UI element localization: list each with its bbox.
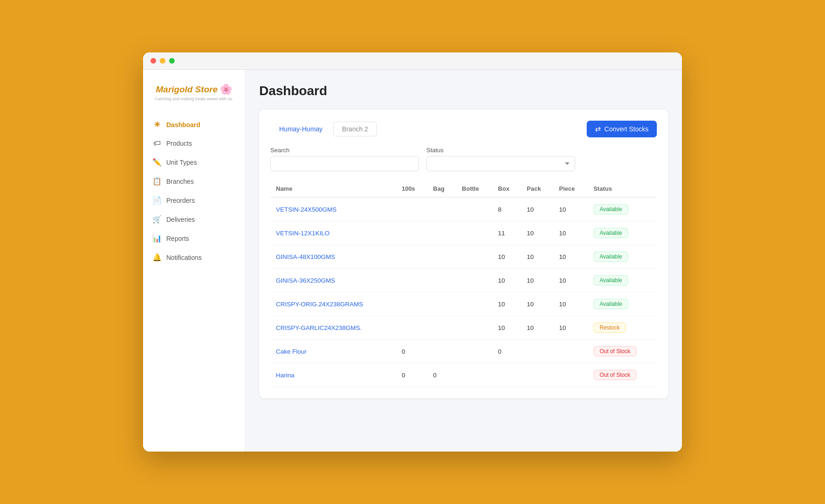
cell-bottle xyxy=(456,316,492,340)
convert-stocks-button[interactable]: ⇄ Convert Stocks xyxy=(587,121,657,137)
status-badge: Available xyxy=(594,228,628,238)
cell-piece: 10 xyxy=(554,269,588,292)
product-link[interactable]: Harina xyxy=(276,372,295,379)
notifications-icon: 🔔 xyxy=(152,253,162,262)
minimize-dot[interactable] xyxy=(160,58,165,64)
cell-piece xyxy=(554,340,588,363)
status-badge: Available xyxy=(594,299,628,309)
cell-piece: 10 xyxy=(554,245,588,269)
app-window: Marigold Store 🌸 Catching and making tre… xyxy=(143,52,682,452)
sidebar-item-label: Reports xyxy=(166,235,189,242)
cell-100s xyxy=(396,292,428,316)
table-row: CRISPY-ORIG.24X238GRAMS 10 10 10 Availab… xyxy=(270,292,657,316)
sidebar-item-dashboard[interactable]: ☀ Dashboard xyxy=(143,115,245,134)
main-content: Dashboard Humay-Humay Branch 2 ⇄ Conv xyxy=(245,70,682,452)
logo-icon: 🌸 xyxy=(220,84,232,96)
cell-bag xyxy=(427,269,456,292)
cell-box: 0 xyxy=(492,340,521,363)
cell-piece: 10 xyxy=(554,316,588,340)
table-row: GINISA-48X100GMS 10 10 10 Available xyxy=(270,245,657,269)
cell-name: CRISPY-ORIG.24X238GRAMS xyxy=(270,292,396,316)
status-select[interactable]: Available Restock Out of Stock xyxy=(426,156,575,171)
col-bag: Bag xyxy=(427,181,456,197)
cell-bag xyxy=(427,316,456,340)
cell-bag: 0 xyxy=(427,363,456,387)
cell-status: Available xyxy=(588,269,657,292)
col-pack: Pack xyxy=(521,181,553,197)
sidebar-item-branches[interactable]: 📋 Branches xyxy=(143,172,245,191)
reports-icon: 📊 xyxy=(152,234,162,243)
cell-name: Harina xyxy=(270,363,396,387)
cell-piece xyxy=(554,363,588,387)
sidebar-item-deliveries[interactable]: 🛒 Deliveries xyxy=(143,210,245,229)
cell-pack xyxy=(521,363,553,387)
product-link[interactable]: CRISPY-ORIG.24X238GRAMS xyxy=(276,301,363,308)
col-piece: Piece xyxy=(554,181,588,197)
status-badge: Restock xyxy=(594,323,626,333)
product-link[interactable]: CRISPY-GARLIC24X238GMS. xyxy=(276,324,362,331)
cell-pack: 10 xyxy=(521,245,553,269)
logo-area: Marigold Store 🌸 Catching and making tre… xyxy=(143,79,245,115)
sidebar-item-reports[interactable]: 📊 Reports xyxy=(143,229,245,248)
sidebar-item-label: Deliveries xyxy=(166,216,195,223)
table-row: Harina 0 0 Out of Stock xyxy=(270,363,657,387)
convert-icon: ⇄ xyxy=(595,125,601,133)
search-input[interactable] xyxy=(270,156,419,171)
maximize-dot[interactable] xyxy=(169,58,175,64)
product-link[interactable]: VETSIN-24X500GMS xyxy=(276,206,337,213)
product-link[interactable]: Cake Flour xyxy=(276,348,307,355)
cell-status: Available xyxy=(588,197,657,221)
sidebar-item-products[interactable]: 🏷 Products xyxy=(143,134,245,153)
cell-box: 10 xyxy=(492,316,521,340)
product-link[interactable]: GINISA-48X100GMS xyxy=(276,253,335,260)
logo-subtitle: Catching and making treats sweet with us… xyxy=(155,97,233,101)
status-group: Status Available Restock Out of Stock xyxy=(426,147,575,171)
cell-bag xyxy=(427,245,456,269)
logo-text: Marigold Store xyxy=(156,84,217,95)
cell-pack xyxy=(521,340,553,363)
close-dot[interactable] xyxy=(151,58,156,64)
cell-100s: 0 xyxy=(396,340,428,363)
sidebar-item-label: Dashboard xyxy=(166,121,200,129)
status-badge: Out of Stock xyxy=(594,370,636,380)
table-header-row: Name 100s Bag Bottle Box Pack Piece Stat… xyxy=(270,181,657,197)
cell-box: 8 xyxy=(492,197,521,221)
sidebar-item-preorders[interactable]: 📄 Preorders xyxy=(143,191,245,210)
sidebar-item-notifications[interactable]: 🔔 Notifications xyxy=(143,248,245,267)
table-row: VETSIN-12X1KILO 11 10 10 Available xyxy=(270,221,657,245)
sidebar: Marigold Store 🌸 Catching and making tre… xyxy=(143,70,245,452)
cell-bottle xyxy=(456,221,492,245)
branch-tabs: Humay-Humay Branch 2 xyxy=(270,122,379,136)
table-row: Cake Flour 0 0 Out of Stock xyxy=(270,340,657,363)
cell-bag xyxy=(427,197,456,221)
cell-100s xyxy=(396,316,428,340)
status-label: Status xyxy=(426,147,575,154)
cell-100s xyxy=(396,245,428,269)
page-title: Dashboard xyxy=(259,84,668,98)
col-name: Name xyxy=(270,181,396,197)
sidebar-item-unit-types[interactable]: ✏️ Unit Types xyxy=(143,153,245,172)
cell-status: Available xyxy=(588,221,657,245)
product-link[interactable]: VETSIN-12X1KILO xyxy=(276,230,330,237)
logo-row: Marigold Store 🌸 xyxy=(156,84,232,96)
cell-status: Out of Stock xyxy=(588,363,657,387)
cell-bottle xyxy=(456,340,492,363)
col-status: Status xyxy=(588,181,657,197)
cell-name: GINISA-36X250GMS xyxy=(270,269,396,292)
preorders-icon: 📄 xyxy=(152,196,162,205)
cell-box xyxy=(492,363,521,387)
tab-humay-humay[interactable]: Humay-Humay xyxy=(270,122,331,136)
cell-bag xyxy=(427,292,456,316)
cell-bottle xyxy=(456,292,492,316)
dashboard-icon: ☀ xyxy=(152,120,162,129)
table-row: CRISPY-GARLIC24X238GMS. 10 10 10 Restock xyxy=(270,316,657,340)
sidebar-item-label: Branches xyxy=(166,178,194,185)
cell-name: GINISA-48X100GMS xyxy=(270,245,396,269)
search-group: Search xyxy=(270,147,419,171)
inventory-table: Name 100s Bag Bottle Box Pack Piece Stat… xyxy=(270,181,657,387)
cell-box: 11 xyxy=(492,221,521,245)
cell-box: 10 xyxy=(492,292,521,316)
table-row: GINISA-36X250GMS 10 10 10 Available xyxy=(270,269,657,292)
product-link[interactable]: GINISA-36X250GMS xyxy=(276,277,335,284)
tab-branch-2[interactable]: Branch 2 xyxy=(333,122,377,136)
